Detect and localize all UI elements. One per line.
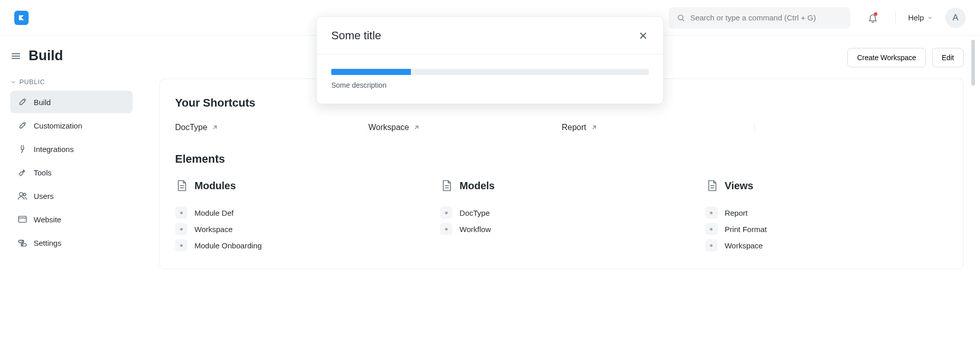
- svg-rect-9: [19, 216, 27, 222]
- search-icon: [677, 14, 685, 22]
- list-item[interactable]: Workspace: [705, 239, 948, 251]
- bullet-icon: [705, 223, 718, 235]
- help-menu[interactable]: Help: [908, 13, 933, 22]
- sidebar: Build PUBLIC Build Customization Integra…: [0, 36, 143, 358]
- progress-bar: [331, 69, 649, 75]
- svg-line-16: [415, 126, 419, 129]
- tool-icon: [17, 120, 28, 131]
- document-icon: [175, 179, 188, 192]
- browser-icon: [17, 214, 28, 224]
- arrow-up-right-icon: [211, 124, 218, 131]
- tool-icon: [17, 97, 28, 107]
- card-title: Models: [459, 180, 495, 192]
- wrench-icon: [17, 167, 28, 177]
- user-avatar[interactable]: A: [945, 8, 966, 28]
- bullet-icon: [705, 239, 718, 251]
- bullet-icon: [175, 239, 187, 251]
- search-box[interactable]: Search or type a command (Ctrl + G): [669, 7, 850, 29]
- svg-point-14: [21, 244, 23, 246]
- shortcut-empty: [755, 123, 948, 132]
- shortcut-row: DocType Workspace Report: [175, 123, 948, 132]
- list-item[interactable]: Module Def: [175, 207, 418, 219]
- arrow-up-right-icon: [591, 124, 598, 131]
- sidebar-item-label: Customization: [34, 121, 82, 130]
- bullet-icon: [705, 207, 718, 219]
- help-label: Help: [908, 13, 924, 22]
- list-item[interactable]: Workflow: [440, 223, 682, 235]
- sidebar-item-label: Website: [34, 215, 61, 224]
- search-placeholder: Search or type a command (Ctrl + G): [690, 13, 816, 22]
- card-modules: Modules Module Def Workspace Module Onbo…: [175, 179, 418, 251]
- sidebar-item-label: Settings: [34, 239, 61, 247]
- bullet-icon: [175, 223, 187, 235]
- modal-title: Some title: [331, 29, 381, 42]
- progress-modal: Some title Some description: [316, 16, 664, 104]
- close-icon[interactable]: [638, 30, 649, 41]
- svg-point-7: [19, 192, 23, 196]
- plug-icon: [17, 144, 28, 154]
- sidebar-item-label: Integrations: [34, 145, 74, 154]
- card-title: Modules: [194, 180, 236, 192]
- notification-dot: [874, 12, 877, 16]
- notifications-button[interactable]: [863, 8, 883, 28]
- elements-title: Elements: [175, 152, 948, 166]
- edit-button[interactable]: Edit: [932, 48, 964, 67]
- app-logo[interactable]: [14, 11, 29, 25]
- users-icon: [17, 191, 28, 201]
- bullet-icon: [440, 207, 452, 219]
- document-icon: [440, 179, 453, 192]
- card-models: Models DocType Workflow: [440, 179, 682, 251]
- create-workspace-button[interactable]: Create Workspace: [847, 48, 926, 67]
- scrollbar[interactable]: [969, 36, 975, 358]
- shortcut-report[interactable]: Report: [562, 123, 598, 132]
- list-item[interactable]: Module Onboarding: [175, 239, 418, 251]
- svg-line-17: [593, 126, 596, 129]
- sidebar-item-tools[interactable]: Tools: [10, 161, 133, 184]
- arrow-up-right-icon: [413, 124, 420, 131]
- sidebar-item-build[interactable]: Build: [10, 91, 133, 113]
- sidebar-section-label[interactable]: PUBLIC: [10, 78, 133, 86]
- list-item[interactable]: Workspace: [175, 223, 418, 235]
- scrollbar-thumb[interactable]: [971, 40, 975, 86]
- svg-point-8: [23, 193, 26, 196]
- shortcut-doctype[interactable]: DocType: [175, 123, 218, 132]
- list-item[interactable]: Report: [705, 207, 948, 219]
- progress-fill: [331, 69, 411, 75]
- sidebar-item-users[interactable]: Users: [10, 185, 133, 207]
- divider: [895, 11, 896, 24]
- card-title: Views: [725, 180, 753, 192]
- sidebar-item-website[interactable]: Website: [10, 208, 133, 231]
- list-item[interactable]: DocType: [440, 207, 682, 219]
- bullet-icon: [440, 223, 452, 235]
- svg-line-15: [213, 126, 216, 129]
- sidebar-item-label: Users: [34, 192, 54, 200]
- list-item[interactable]: Print Format: [705, 223, 948, 235]
- sidebar-item-customization[interactable]: Customization: [10, 114, 133, 137]
- modal-description: Some description: [331, 81, 649, 89]
- document-icon: [705, 179, 719, 192]
- sidebar-item-label: Build: [34, 98, 51, 107]
- chevron-down-icon: [10, 79, 16, 85]
- svg-point-0: [678, 15, 683, 19]
- bullet-icon: [175, 207, 187, 219]
- avatar-initial: A: [952, 13, 958, 23]
- svg-line-1: [682, 19, 684, 21]
- toggle-icon: [17, 238, 28, 248]
- svg-point-12: [22, 241, 23, 242]
- sidebar-item-settings[interactable]: Settings: [10, 232, 133, 254]
- page-title: Build: [29, 48, 63, 64]
- card-views: Views Report Print Format Workspace: [705, 179, 948, 251]
- sidebar-item-label: Tools: [34, 168, 52, 177]
- shortcut-workspace[interactable]: Workspace: [369, 123, 421, 132]
- sidebar-item-integrations[interactable]: Integrations: [10, 138, 133, 160]
- chevron-down-icon: [927, 15, 933, 21]
- menu-icon[interactable]: [10, 50, 21, 62]
- main-panel: Your Shortcuts DocType Workspace: [159, 79, 964, 269]
